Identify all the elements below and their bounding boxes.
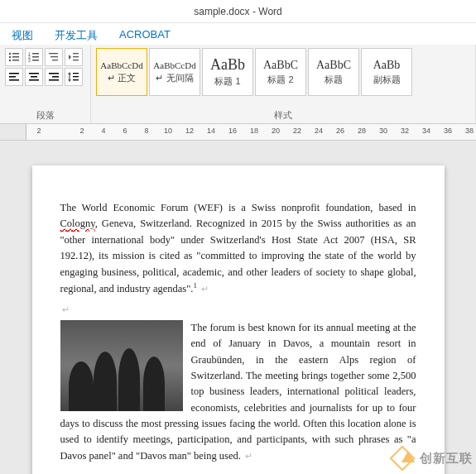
style-name: ↵ 正文 bbox=[108, 72, 136, 84]
window-title: sample.docx - Word bbox=[194, 6, 281, 17]
tab-developer[interactable]: 开发工具 bbox=[51, 26, 101, 45]
ribbon-group-paragraph: 123 段落 bbox=[0, 45, 91, 123]
ruler-tick: 16 bbox=[222, 127, 243, 135]
align-right-icon[interactable] bbox=[45, 68, 63, 86]
watermark-logo-icon bbox=[390, 446, 415, 471]
style-tile-5[interactable]: AaBb副标题 bbox=[361, 48, 412, 96]
style-name: 标题 bbox=[325, 74, 343, 86]
ruler-tick: 4 bbox=[93, 127, 114, 135]
ruler-tick: 38 bbox=[459, 127, 476, 135]
style-preview: AaBbC bbox=[263, 59, 298, 72]
ruler-tick: 28 bbox=[351, 127, 373, 135]
ruler-numbers: 224681012141618202224262830323436384042 bbox=[28, 127, 476, 135]
empty-paragraph[interactable] bbox=[60, 469, 416, 474]
line-spacing-icon[interactable] bbox=[65, 68, 83, 86]
ribbon-tabs: 视图 开发工具 ACROBAT bbox=[0, 23, 476, 45]
svg-rect-28 bbox=[73, 73, 79, 74]
svg-rect-15 bbox=[73, 53, 79, 54]
image-silhouette bbox=[143, 357, 165, 411]
paragraph-1[interactable]: The World Economic Forum (WEF) is a Swis… bbox=[60, 200, 416, 297]
svg-rect-22 bbox=[31, 76, 37, 78]
empty-paragraph[interactable] bbox=[60, 302, 416, 318]
style-tile-1[interactable]: AaBbCcDd↵ 无间隔 bbox=[149, 48, 200, 96]
ruler-tick: 8 bbox=[136, 127, 157, 135]
tab-view[interactable]: 视图 bbox=[8, 26, 36, 45]
multilevel-list-icon[interactable] bbox=[45, 48, 63, 66]
ruler-tick: 6 bbox=[114, 127, 136, 135]
svg-rect-21 bbox=[29, 73, 39, 74]
svg-rect-29 bbox=[73, 76, 79, 77]
svg-rect-26 bbox=[49, 79, 59, 81]
title-bar: sample.docx - Word bbox=[0, 0, 476, 23]
style-tile-3[interactable]: AaBbC标题 2 bbox=[255, 48, 306, 96]
svg-point-4 bbox=[9, 60, 11, 61]
ruler-tick: 10 bbox=[157, 127, 179, 135]
style-preview: AaBbC bbox=[316, 59, 351, 72]
ribbon-group-styles: AaBbCcDd↵ 正文AaBbCcDd↵ 无间隔AaBb标题 1AaBbC标题… bbox=[91, 45, 476, 123]
style-tile-0[interactable]: AaBbCcDd↵ 正文 bbox=[96, 48, 147, 96]
numbering-icon[interactable]: 123 bbox=[25, 48, 43, 66]
spelling-error-cologny[interactable]: Cologny bbox=[60, 218, 95, 229]
ruler-tick: 18 bbox=[243, 127, 265, 135]
styles-group-label: 样式 bbox=[96, 108, 470, 122]
decrease-indent-icon[interactable] bbox=[65, 48, 83, 66]
style-tile-4[interactable]: AaBbC标题 bbox=[308, 48, 359, 96]
watermark-text: 创新互联 bbox=[420, 451, 473, 467]
ruler-tick: 30 bbox=[373, 127, 394, 135]
inline-image[interactable] bbox=[60, 320, 183, 411]
svg-rect-30 bbox=[73, 79, 79, 80]
watermark: 创新互联 bbox=[390, 446, 473, 471]
svg-rect-12 bbox=[49, 53, 58, 54]
style-preview: AaBb bbox=[210, 56, 245, 74]
document-area[interactable]: The World Economic Forum (WEF) is a Swis… bbox=[0, 141, 476, 474]
horizontal-ruler[interactable]: 224681012141618202224262830323436384042 bbox=[0, 124, 476, 141]
ruler-tick: 20 bbox=[265, 127, 286, 135]
svg-rect-18 bbox=[9, 73, 19, 74]
ruler-tick: 26 bbox=[329, 127, 351, 135]
page[interactable]: The World Economic Forum (WEF) is a Swis… bbox=[32, 165, 445, 474]
bullets-icon[interactable] bbox=[5, 48, 23, 66]
ruler-tick: 12 bbox=[179, 127, 200, 135]
ruler-tick: 2 bbox=[71, 127, 93, 135]
style-preview: AaBbCcDd bbox=[153, 60, 195, 70]
style-name: ↵ 无间隔 bbox=[156, 72, 193, 84]
ruler-tick: 14 bbox=[200, 127, 222, 135]
ruler-gutter bbox=[0, 124, 26, 140]
svg-rect-1 bbox=[12, 53, 19, 55]
ruler-tick: 2 bbox=[28, 127, 50, 135]
image-silhouette bbox=[94, 352, 117, 411]
style-preview: AaBb bbox=[373, 59, 401, 72]
align-center-icon[interactable] bbox=[25, 68, 43, 86]
app-window: sample.docx - Word 视图 开发工具 ACROBAT 123 段… bbox=[0, 0, 476, 474]
svg-rect-27 bbox=[69, 74, 70, 80]
style-preview: AaBbCcDd bbox=[100, 60, 142, 70]
svg-rect-13 bbox=[50, 56, 58, 57]
styles-gallery: AaBbCcDd↵ 正文AaBbCcDd↵ 无间隔AaBb标题 1AaBbC标题… bbox=[96, 48, 470, 96]
svg-point-0 bbox=[9, 53, 11, 55]
ribbon: 123 段落 AaBbCcDd↵ 正文AaBbCcDd↵ 无间隔AaBb标题 1… bbox=[0, 45, 476, 124]
tab-acrobat[interactable]: ACROBAT bbox=[116, 26, 174, 45]
align-left-icon[interactable] bbox=[5, 68, 23, 86]
paragraph-2[interactable]: The forum is best known for its annual m… bbox=[60, 320, 416, 464]
svg-point-2 bbox=[9, 56, 11, 58]
style-name: 标题 1 bbox=[214, 75, 240, 88]
footnote-ref-1[interactable]: 1 bbox=[193, 281, 197, 290]
p1-text-b: , Geneva, Switzerland. Recognized in 201… bbox=[60, 218, 416, 294]
style-tile-2[interactable]: AaBb标题 1 bbox=[202, 48, 253, 96]
p1-text-a: The World Economic Forum (WEF) is a Swis… bbox=[60, 202, 416, 213]
style-name: 副标题 bbox=[373, 74, 401, 86]
svg-rect-25 bbox=[52, 76, 59, 78]
image-silhouette bbox=[118, 348, 140, 411]
svg-rect-9 bbox=[32, 56, 39, 58]
ruler-tick: 36 bbox=[437, 127, 459, 135]
paragraph-group-label: 段落 bbox=[5, 108, 85, 122]
svg-rect-11 bbox=[32, 60, 39, 61]
ruler-tick: 24 bbox=[308, 127, 329, 135]
ruler-tick bbox=[50, 127, 71, 135]
svg-rect-24 bbox=[49, 73, 59, 74]
svg-rect-5 bbox=[12, 60, 19, 61]
svg-rect-23 bbox=[29, 79, 39, 81]
ruler-tick: 32 bbox=[394, 127, 416, 135]
ruler-tick: 22 bbox=[286, 127, 308, 135]
svg-rect-19 bbox=[9, 76, 16, 78]
